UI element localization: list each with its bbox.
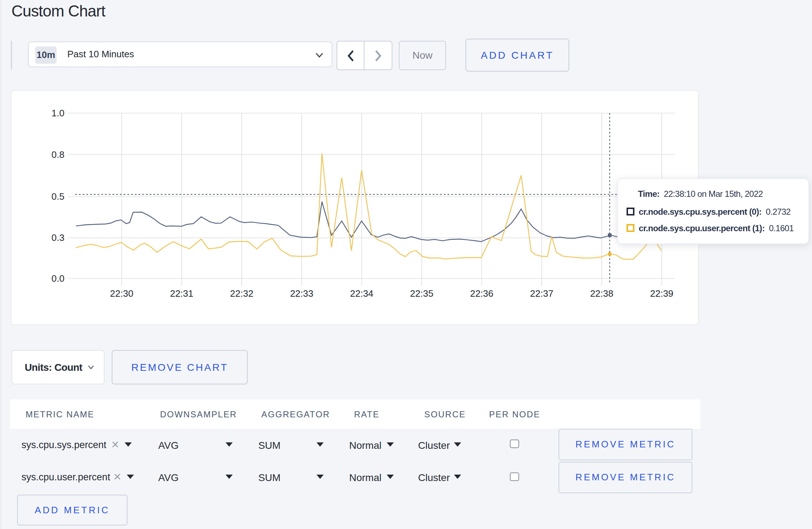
svg-text:22:34: 22:34 <box>350 288 373 299</box>
svg-text:0.5: 0.5 <box>52 191 64 202</box>
svg-text:1.0: 1.0 <box>52 108 64 118</box>
svg-text:22:30: 22:30 <box>110 288 133 299</box>
svg-text:22:35: 22:35 <box>410 288 433 299</box>
svg-text:22:37: 22:37 <box>530 288 554 299</box>
svg-text:22:33: 22:33 <box>290 288 313 299</box>
svg-text:22:39: 22:39 <box>650 288 673 299</box>
svg-text:22:32: 22:32 <box>230 288 253 299</box>
svg-text:22:36: 22:36 <box>470 288 493 299</box>
svg-text:0.0: 0.0 <box>52 273 64 284</box>
svg-text:22:31: 22:31 <box>170 288 193 299</box>
svg-text:22:38: 22:38 <box>590 288 613 299</box>
svg-text:0.8: 0.8 <box>52 149 64 160</box>
svg-text:0.3: 0.3 <box>52 232 64 243</box>
